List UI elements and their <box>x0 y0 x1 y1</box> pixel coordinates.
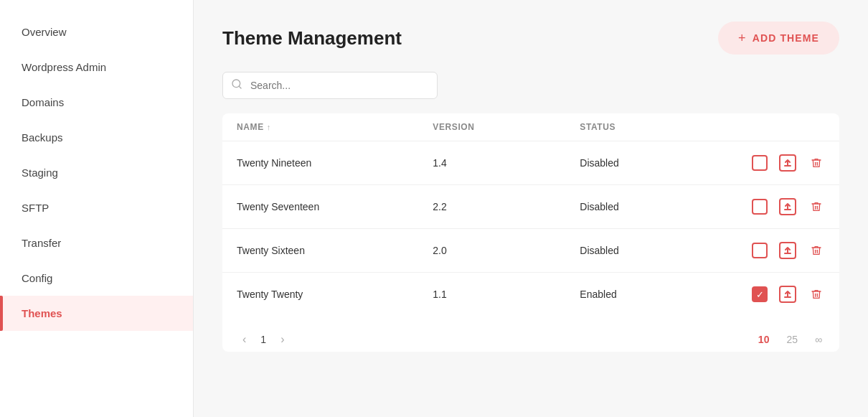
sidebar-item-config[interactable]: Config <box>0 261 193 296</box>
cell-name: Twenty Nineteen <box>237 157 433 169</box>
delete-button[interactable] <box>808 286 825 303</box>
toggle-button[interactable] <box>752 243 768 258</box>
table-body: Twenty Nineteen 1.4 Disabled <box>222 141 839 316</box>
upload-button[interactable] <box>776 151 799 174</box>
actions-cell <box>727 239 825 262</box>
table-row: Twenty Sixteen 2.0 Disabled <box>222 229 839 273</box>
prev-page-button[interactable]: ‹ <box>237 330 252 349</box>
add-theme-button[interactable]: + ADD THEME <box>718 22 839 55</box>
sidebar-item-staging[interactable]: Staging <box>0 155 193 190</box>
sidebar-item-overview[interactable]: Overview <box>0 14 193 50</box>
upload-icon <box>779 198 796 215</box>
actions-cell <box>727 195 825 218</box>
search-icon <box>231 78 242 93</box>
sidebar-item-backups[interactable]: Backups <box>0 120 193 155</box>
page-size-∞[interactable]: ∞ <box>812 331 825 348</box>
table-row: Twenty Twenty 1.1 Enabled <box>222 273 839 316</box>
cell-status: Disabled <box>580 201 727 212</box>
sidebar-item-wordpress-admin[interactable]: Wordpress Admin <box>0 50 193 85</box>
cell-name: Twenty Twenty <box>237 289 433 300</box>
sort-icon[interactable]: ↑ <box>267 123 271 131</box>
page-nav: ‹ 1 › <box>237 330 290 349</box>
toggle-button[interactable] <box>752 199 768 215</box>
page-size-25[interactable]: 25 <box>783 331 801 348</box>
cell-name: Twenty Sixteen <box>237 245 433 256</box>
themes-table: NAME ↑ VERSION STATUS Twenty Nineteen 1.… <box>222 113 839 352</box>
search-container <box>222 72 438 99</box>
add-theme-label: ADD THEME <box>753 32 819 44</box>
page-header: Theme Management + ADD THEME <box>222 22 839 55</box>
cell-version: 2.2 <box>433 201 580 212</box>
upload-icon <box>779 242 796 259</box>
table-row: Twenty Seventeen 2.2 Disabled <box>222 185 839 229</box>
sidebar-item-domains[interactable]: Domains <box>0 85 193 120</box>
cell-version: 1.4 <box>433 157 580 169</box>
upload-button[interactable] <box>776 239 799 262</box>
search-input[interactable] <box>222 72 438 99</box>
upload-button[interactable] <box>776 195 799 218</box>
upload-icon <box>779 154 796 172</box>
sidebar-item-themes[interactable]: Themes <box>0 296 193 331</box>
delete-button[interactable] <box>808 154 825 172</box>
table-row: Twenty Nineteen 1.4 Disabled <box>222 141 839 185</box>
table-header: NAME ↑ VERSION STATUS <box>222 113 839 141</box>
sidebar-item-sftp[interactable]: SFTP <box>0 190 193 225</box>
cell-status: Disabled <box>580 245 727 256</box>
cell-name: Twenty Seventeen <box>237 201 433 212</box>
column-status: STATUS <box>580 122 727 132</box>
column-name: NAME ↑ <box>237 122 433 132</box>
delete-button[interactable] <box>808 198 825 215</box>
plus-icon: + <box>738 32 747 44</box>
cell-status: Enabled <box>580 289 727 300</box>
actions-cell <box>727 151 825 174</box>
next-page-button[interactable]: › <box>275 330 290 349</box>
cell-version: 2.0 <box>433 245 580 256</box>
upload-button[interactable] <box>776 283 799 306</box>
column-actions <box>727 122 825 132</box>
toggle-button[interactable] <box>752 286 768 302</box>
sidebar: OverviewWordpress AdminDomainsBackupsSta… <box>0 0 194 417</box>
column-version: VERSION <box>433 122 580 132</box>
main-content: Theme Management + ADD THEME NAME ↑ VERS… <box>194 0 868 417</box>
current-page: 1 <box>260 334 266 345</box>
cell-status: Disabled <box>580 157 727 169</box>
toggle-button[interactable] <box>752 155 768 171</box>
page-sizes: 1025∞ <box>755 331 825 348</box>
pagination: ‹ 1 › 1025∞ <box>222 319 839 352</box>
svg-line-1 <box>239 86 241 88</box>
upload-icon <box>779 286 796 303</box>
delete-button[interactable] <box>808 242 825 259</box>
page-title: Theme Management <box>222 27 402 50</box>
page-size-10[interactable]: 10 <box>755 331 773 348</box>
cell-version: 1.1 <box>433 289 580 300</box>
actions-cell <box>727 283 825 306</box>
sidebar-item-transfer[interactable]: Transfer <box>0 225 193 261</box>
